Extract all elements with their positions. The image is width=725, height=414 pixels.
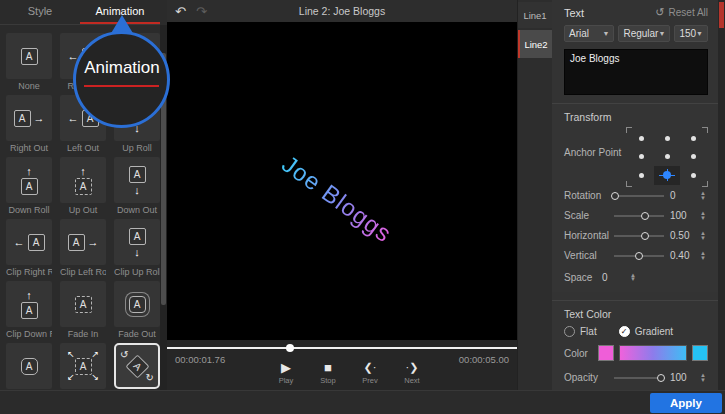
stepper-down-icon[interactable]: ▼	[700, 216, 706, 221]
animation-tile[interactable]: ↑A	[6, 157, 52, 203]
animation-tile[interactable]: A→	[6, 95, 52, 141]
right-panel-scrollbar-thumb[interactable]	[719, 2, 724, 28]
radio-checked-icon: ✓	[619, 326, 630, 337]
flat-radio[interactable]: Flat	[564, 326, 597, 337]
anchor-dot-icon	[691, 154, 696, 159]
letter-a-icon: A	[21, 178, 38, 195]
rotation-slider-thumb[interactable]	[611, 192, 619, 200]
opacity-slider-thumb[interactable]	[657, 374, 665, 382]
tab-line1[interactable]: Line1	[518, 2, 552, 28]
animation-option[interactable]: AFade Out	[114, 281, 160, 340]
animation-option[interactable]: ←AClip Right Roll	[6, 219, 52, 278]
text-input[interactable]: Joe Bloggs	[564, 49, 708, 95]
stepper-down-icon[interactable]: ▼	[630, 277, 636, 282]
a-expand-icon: A↖↗↙↘	[66, 349, 100, 383]
anchor-point-grid	[628, 129, 706, 185]
anchor-point-cell[interactable]	[654, 148, 680, 167]
anchor-point-cell[interactable]	[654, 129, 680, 148]
gradient-preview-bar[interactable]	[619, 345, 687, 361]
animation-tile[interactable]: A↓	[114, 157, 160, 203]
animation-tile[interactable]: ↑A	[60, 157, 106, 203]
animation-option[interactable]: ↑ADown Roll	[6, 157, 52, 216]
tab-line2[interactable]: Line2	[518, 30, 552, 58]
animation-option[interactable]: A↺↻	[114, 343, 160, 390]
rotation-stepper[interactable]: ▲▼	[698, 191, 708, 200]
anchor-point-cell[interactable]	[680, 148, 706, 167]
anchor-point-label: Anchor Point	[564, 129, 628, 158]
tab-style[interactable]: Style	[0, 0, 80, 24]
animation-tile[interactable]: ←A	[6, 219, 52, 265]
animation-tile[interactable]: A	[60, 281, 106, 327]
animation-tile[interactable]: A	[6, 343, 52, 389]
animation-option[interactable]: A	[6, 343, 52, 390]
right-panel-scrollbar[interactable]	[718, 0, 725, 390]
undo-icon[interactable]: ↶	[175, 4, 186, 19]
animation-label: Clip Left Roll	[60, 267, 106, 278]
stepper-down-icon[interactable]: ▼	[700, 378, 706, 383]
redo-icon[interactable]: ↷	[196, 4, 207, 19]
animation-option[interactable]: A↖↗↙↘	[60, 343, 106, 390]
anchor-point-cell[interactable]	[628, 129, 654, 148]
apply-button[interactable]: Apply	[650, 393, 722, 413]
gradient-radio[interactable]: ✓ Gradient	[619, 326, 673, 337]
animation-tile[interactable]: A↖↗↙↘	[60, 343, 106, 389]
reset-all-button[interactable]: ↺ Reset All	[655, 6, 708, 19]
animation-option[interactable]: ANone	[6, 33, 52, 92]
animation-option[interactable]: A↓Down Out	[114, 157, 160, 216]
animation-tile[interactable]: A↓	[114, 219, 160, 265]
animation-option[interactable]: A→Clip Left Roll	[60, 219, 106, 278]
animation-label: Up Out	[60, 205, 106, 216]
anchor-dot-icon	[665, 136, 670, 141]
animation-option[interactable]: A↓Clip Up Roll	[114, 219, 160, 278]
scale-slider[interactable]	[614, 211, 664, 221]
animation-option[interactable]: AFade In	[60, 281, 106, 340]
transform-title: Transform	[564, 111, 708, 123]
timeline-playhead[interactable]	[286, 344, 294, 352]
space-stepper[interactable]: ▲▼	[628, 273, 638, 282]
scale-label: Scale	[564, 210, 614, 221]
animation-option[interactable]: ↑AUp Out	[60, 157, 106, 216]
stop-button[interactable]: ■Stop	[315, 360, 341, 385]
horizontal-stepper[interactable]: ▲▼	[698, 231, 708, 240]
animation-tile[interactable]: A	[114, 281, 160, 327]
letter-a-icon: A	[75, 358, 92, 375]
animation-tile[interactable]: A	[6, 33, 52, 79]
gradient-end-swatch[interactable]	[692, 345, 708, 361]
stepper-down-icon[interactable]: ▼	[700, 196, 706, 201]
font-style-dropdown[interactable]: Regular ▼	[618, 25, 670, 42]
anchor-point-cell[interactable]	[680, 166, 706, 185]
animation-tile[interactable]: A→	[60, 219, 106, 265]
anchor-point-cell[interactable]	[680, 129, 706, 148]
radio-circle-icon	[564, 326, 575, 337]
total-time: 00:00:05.00	[459, 354, 509, 365]
gradient-start-swatch[interactable]	[598, 345, 614, 361]
animation-option[interactable]: ↑AClip Down Roll	[6, 281, 52, 340]
prev-button[interactable]: ❮·Prev	[357, 360, 383, 385]
opacity-slider[interactable]	[614, 373, 664, 383]
stepper-down-icon[interactable]: ▼	[700, 236, 706, 241]
anchor-point-cell[interactable]	[628, 166, 654, 185]
vertical-stepper[interactable]: ▲▼	[698, 251, 708, 260]
scale-stepper[interactable]: ▲▼	[698, 211, 708, 220]
stepper-down-icon[interactable]: ▼	[700, 256, 706, 261]
rotate-arrow-icon: ↺	[120, 349, 128, 360]
scale-slider-thumb[interactable]	[641, 212, 649, 220]
font-family-dropdown[interactable]: Arial ▼	[564, 25, 614, 42]
opacity-stepper[interactable]: ▲▼	[698, 373, 708, 382]
animation-tile[interactable]: A↺↻	[114, 343, 160, 389]
letter-a-icon: A	[75, 178, 92, 195]
animation-option[interactable]: A→Right Out	[6, 95, 52, 154]
anchor-point-cell[interactable]	[654, 166, 680, 185]
horizontal-slider[interactable]	[614, 231, 664, 241]
font-size-dropdown[interactable]: 150 ▼	[674, 25, 708, 42]
animation-tile[interactable]: ↑A	[6, 281, 52, 327]
vertical-slider-thumb[interactable]	[635, 252, 643, 260]
timeline-track[interactable]	[167, 347, 517, 349]
anchor-point-cell[interactable]	[628, 148, 654, 167]
play-button[interactable]: ▶Play	[273, 360, 299, 385]
vertical-slider[interactable]	[614, 251, 664, 261]
next-button[interactable]: ·❯Next	[399, 360, 425, 385]
horizontal-slider-thumb[interactable]	[641, 232, 649, 240]
rotation-slider[interactable]	[614, 191, 664, 201]
arrow-icon: ↑	[26, 290, 32, 300]
